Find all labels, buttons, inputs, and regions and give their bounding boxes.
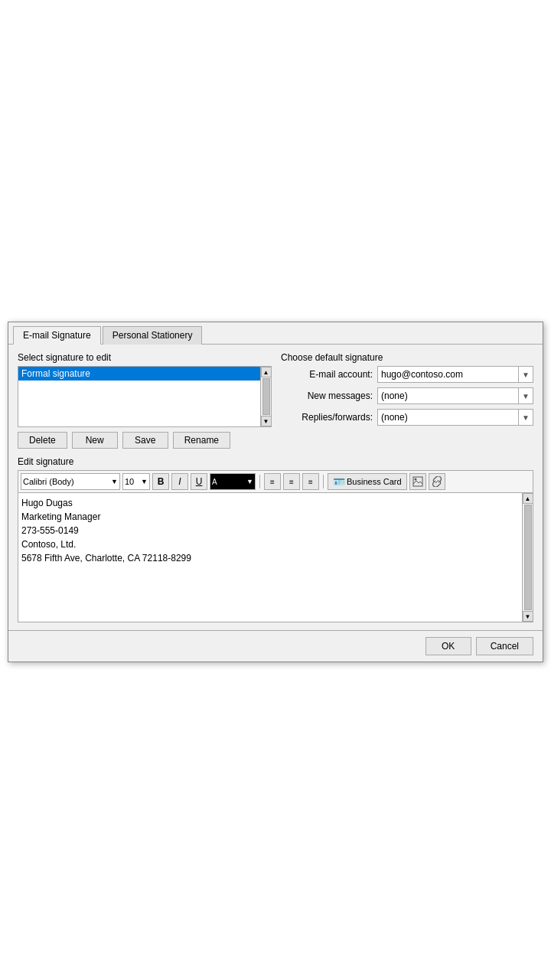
ok-button[interactable]: OK bbox=[425, 637, 471, 655]
signature-buttons: Delete New Save Rename bbox=[18, 432, 272, 449]
font-name-arrow: ▼ bbox=[111, 478, 118, 485]
save-button[interactable]: Save bbox=[122, 432, 168, 449]
insert-hyperlink-button[interactable] bbox=[429, 473, 445, 490]
right-panel: Choose default signature E-mail account:… bbox=[281, 352, 533, 449]
choose-default-label: Choose default signature bbox=[281, 352, 533, 363]
editor-scroll-thumb[interactable] bbox=[524, 505, 532, 610]
select-signature-label: Select signature to edit bbox=[18, 352, 272, 363]
rename-button[interactable]: Rename bbox=[173, 432, 230, 449]
signature-line-4: Contoso, Ltd. bbox=[21, 537, 517, 551]
tab-bar: E-mail Signature Personal Stationery bbox=[8, 322, 543, 345]
new-messages-row: New messages: (none) ▼ bbox=[281, 387, 533, 404]
font-color-button[interactable]: A ▼ bbox=[210, 473, 256, 490]
signature-list[interactable]: Formal signature bbox=[18, 367, 271, 426]
replies-value: (none) bbox=[381, 412, 408, 423]
delete-button[interactable]: Delete bbox=[18, 432, 67, 449]
signature-line-1: Hugo Dugas bbox=[21, 496, 517, 510]
new-messages-select[interactable]: (none) ▼ bbox=[377, 387, 533, 404]
bold-button[interactable]: B bbox=[152, 473, 169, 490]
list-scrollbar: ▲ ▼ bbox=[260, 367, 271, 426]
separator-2 bbox=[323, 475, 324, 488]
business-card-button[interactable]: 🪪 Business Card bbox=[328, 473, 407, 490]
align-center-button[interactable]: ≡ bbox=[283, 473, 300, 490]
editor-scroll-up[interactable]: ▲ bbox=[523, 493, 533, 504]
editor-area[interactable]: Hugo Dugas Marketing Manager 273-555-014… bbox=[18, 492, 533, 622]
left-panel: Select signature to edit Formal signatur… bbox=[18, 352, 272, 449]
editor-scroll-down[interactable]: ▼ bbox=[523, 611, 533, 622]
email-account-value: hugo@contoso.com bbox=[381, 369, 463, 380]
italic-button[interactable]: I bbox=[171, 473, 188, 490]
separator-1 bbox=[259, 475, 260, 488]
default-sig-table: E-mail account: hugo@contoso.com ▼ New m… bbox=[281, 366, 533, 426]
edit-signature-section: Edit signature Calibri (Body) ▼ 10 ▼ B I bbox=[18, 456, 533, 622]
svg-point-1 bbox=[414, 479, 416, 481]
font-size-arrow: ▼ bbox=[141, 478, 148, 485]
insert-picture-button[interactable] bbox=[409, 473, 426, 490]
editor-toolbar: Calibri (Body) ▼ 10 ▼ B I U A ▼ bbox=[18, 470, 533, 492]
email-account-select[interactable]: hugo@contoso.com ▼ bbox=[377, 366, 533, 383]
signature-line-3: 273-555-0149 bbox=[21, 524, 517, 537]
font-color-arrow: ▼ bbox=[246, 478, 253, 485]
cancel-button[interactable]: Cancel bbox=[476, 637, 533, 655]
new-button[interactable]: New bbox=[72, 432, 118, 449]
tab-personal-stationery[interactable]: Personal Stationery bbox=[103, 326, 203, 345]
picture-icon bbox=[412, 476, 423, 487]
dialog-body: Select signature to edit Formal signatur… bbox=[8, 345, 543, 630]
signatures-dialog: E-mail Signature Personal Stationery Sel… bbox=[8, 322, 543, 662]
align-right-button[interactable]: ≡ bbox=[302, 473, 319, 490]
signature-item-formal[interactable]: Formal signature bbox=[18, 367, 260, 381]
edit-signature-label: Edit signature bbox=[18, 456, 533, 467]
scroll-thumb[interactable] bbox=[262, 378, 270, 415]
font-size-select[interactable]: 10 ▼ bbox=[122, 473, 150, 490]
top-section: Select signature to edit Formal signatur… bbox=[18, 352, 533, 449]
replies-arrow: ▼ bbox=[518, 410, 530, 425]
replies-select[interactable]: (none) ▼ bbox=[377, 409, 533, 426]
scroll-down-arrow[interactable]: ▼ bbox=[261, 416, 272, 426]
svg-rect-0 bbox=[413, 477, 422, 486]
hyperlink-icon bbox=[432, 476, 442, 487]
bottom-buttons: OK Cancel bbox=[8, 630, 543, 662]
new-messages-arrow: ▼ bbox=[518, 388, 530, 403]
editor-scrollbar: ▲ ▼ bbox=[522, 493, 533, 622]
underline-button[interactable]: U bbox=[191, 473, 207, 490]
font-name-select[interactable]: Calibri (Body) ▼ bbox=[21, 473, 120, 490]
font-size-value: 10 bbox=[125, 477, 134, 486]
email-account-arrow: ▼ bbox=[518, 367, 530, 382]
font-name-value: Calibri (Body) bbox=[23, 477, 74, 486]
business-card-label: Business Card bbox=[347, 477, 402, 486]
font-color-icon: A bbox=[212, 478, 217, 486]
signature-list-container: Formal signature ▲ ▼ bbox=[18, 366, 272, 427]
align-left-button[interactable]: ≡ bbox=[264, 473, 281, 490]
email-account-label: E-mail account: bbox=[281, 369, 373, 380]
signature-line-5: 5678 Fifth Ave, Charlotte, CA 72118-8299 bbox=[21, 551, 517, 565]
replies-row: Replies/forwards: (none) ▼ bbox=[281, 409, 533, 426]
editor-content: Hugo Dugas Marketing Manager 273-555-014… bbox=[21, 496, 530, 565]
scroll-up-arrow[interactable]: ▲ bbox=[261, 367, 272, 377]
new-messages-label: New messages: bbox=[281, 390, 373, 401]
new-messages-value: (none) bbox=[381, 390, 408, 401]
replies-label: Replies/forwards: bbox=[281, 412, 373, 423]
signature-line-2: Marketing Manager bbox=[21, 510, 517, 524]
tab-email-signature[interactable]: E-mail Signature bbox=[13, 326, 101, 345]
business-card-icon: 🪪 bbox=[333, 476, 345, 488]
email-account-row: E-mail account: hugo@contoso.com ▼ bbox=[281, 366, 533, 383]
